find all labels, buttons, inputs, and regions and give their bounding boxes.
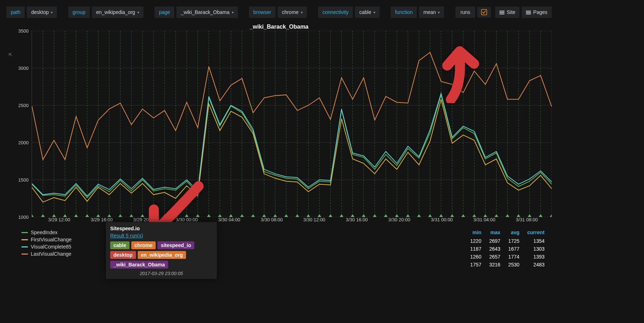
legend-swatch: [21, 246, 28, 247]
svg-marker-67: [163, 214, 166, 217]
series-FirstVisualChange[interactable]: [32, 99, 552, 202]
checkbox-checked-icon: [481, 9, 487, 15]
svg-marker-73: [229, 214, 233, 217]
legend-stats-row: 1187264316771303: [467, 245, 548, 252]
group-dropdown[interactable]: en_wikipedia_org: [92, 6, 143, 18]
tooltip-result-link[interactable]: Result 5 run(s): [110, 233, 143, 238]
function-dropdown[interactable]: mean: [419, 6, 444, 18]
tag[interactable]: desktop: [110, 251, 136, 259]
x-tick: 3/30 08:00: [250, 217, 293, 222]
svg-marker-74: [240, 214, 244, 217]
svg-marker-86: [373, 214, 376, 217]
svg-marker-83: [340, 214, 343, 217]
y-tick: 2000: [18, 140, 29, 145]
svg-marker-92: [439, 214, 443, 217]
pages-button[interactable]: Pages: [522, 6, 552, 18]
site-button[interactable]: Site: [495, 6, 519, 18]
col-min: min: [467, 230, 485, 237]
svg-marker-91: [428, 214, 432, 217]
tag[interactable]: chrome: [131, 241, 156, 249]
svg-marker-78: [284, 214, 288, 217]
menu-icon: [499, 10, 504, 14]
browser-dropdown[interactable]: chrome: [278, 6, 307, 18]
tag[interactable]: cable: [110, 241, 130, 249]
svg-marker-88: [395, 214, 399, 217]
svg-marker-95: [473, 214, 476, 217]
svg-marker-102: [550, 214, 552, 217]
tag[interactable]: en_wikipedia_org: [138, 251, 186, 259]
series-LastVisualChange[interactable]: [32, 52, 552, 160]
menu-icon: [526, 10, 531, 14]
legend-stats-table: min max avg current 12202697172513541187…: [466, 229, 549, 269]
group-value: en_wikipedia_org: [96, 9, 135, 15]
x-tick: 3/30 20:00: [378, 217, 421, 222]
x-tick: 3/31 08:00: [506, 217, 548, 222]
connectivity-label: connectivity: [318, 6, 353, 18]
svg-marker-99: [517, 214, 520, 217]
series-SpeedIndex[interactable]: [32, 95, 552, 198]
x-tick: 3/29 12:00: [38, 217, 80, 222]
tag[interactable]: _wiki_Barack_Obama: [110, 261, 168, 269]
svg-marker-96: [483, 214, 487, 217]
legend-item[interactable]: SpeedIndex: [21, 229, 111, 236]
connectivity-dropdown[interactable]: cable: [355, 6, 379, 18]
svg-marker-80: [307, 214, 310, 217]
legend-swatch: [21, 239, 28, 240]
col-current: current: [524, 230, 548, 237]
tooltip-timestamp: 2017-03-29 23:00:05: [110, 271, 213, 276]
legend-stats-row: 1757321625302483: [467, 261, 548, 268]
function-label: function: [391, 6, 417, 18]
legend-stats-row: 1220269717251354: [467, 237, 548, 245]
graph-panel: ⇱ _wiki_Barack_Obama 1000150020002500300…: [0, 21, 558, 269]
y-tick: 2500: [18, 103, 29, 108]
svg-marker-75: [251, 214, 255, 217]
tag[interactable]: sitespeed_io: [157, 241, 194, 249]
svg-marker-89: [406, 214, 410, 217]
col-avg: avg: [505, 230, 523, 237]
svg-marker-100: [528, 214, 531, 217]
legend-item[interactable]: FirstVisualChange: [21, 236, 111, 243]
svg-marker-68: [174, 214, 177, 217]
y-tick: 1500: [18, 177, 29, 183]
pages-label: Pages: [533, 9, 547, 15]
template-variables-toolbar: path desktop group en_wikipedia_org page…: [0, 0, 558, 21]
path-label: path: [6, 6, 25, 18]
svg-marker-98: [506, 214, 509, 217]
page-label: page: [155, 6, 174, 18]
legend-item[interactable]: LastVisualChange: [21, 250, 111, 257]
svg-marker-59: [74, 214, 78, 217]
x-tick: 3/30 04:00: [208, 217, 250, 222]
path-value: desktop: [31, 9, 49, 15]
path-dropdown[interactable]: desktop: [27, 6, 57, 18]
legend-label: SpeedIndex: [31, 230, 58, 235]
svg-marker-85: [362, 214, 365, 217]
site-label: Site: [507, 9, 515, 15]
group-label: group: [68, 6, 90, 18]
x-tick: 3/30 16:00: [336, 217, 378, 222]
svg-marker-101: [539, 214, 542, 217]
plot-area[interactable]: [31, 31, 552, 217]
y-axis: 100015002000250030003500: [6, 31, 31, 217]
svg-marker-76: [262, 214, 266, 217]
svg-marker-84: [351, 214, 355, 217]
page-value: _wiki_Barack_Obama: [181, 9, 229, 15]
svg-marker-62: [107, 214, 111, 217]
legend-item[interactable]: VisualComplete85: [21, 243, 111, 250]
svg-marker-71: [207, 214, 211, 217]
legend-label: LastVisualChange: [31, 251, 71, 257]
legend: SpeedIndexFirstVisualChangeVisualComplet…: [6, 229, 552, 269]
y-tick: 3000: [18, 66, 29, 71]
svg-marker-94: [462, 214, 465, 217]
svg-marker-55: [32, 214, 34, 217]
svg-marker-66: [152, 214, 155, 217]
page-dropdown[interactable]: _wiki_Barack_Obama: [176, 6, 238, 18]
runs-toggle-checkbox[interactable]: [477, 7, 491, 18]
svg-marker-81: [318, 214, 321, 217]
y-tick: 1000: [18, 214, 29, 220]
svg-marker-57: [52, 214, 56, 217]
annotation-tooltip: Sitespeed.io Result 5 run(s) cablechrome…: [106, 222, 217, 279]
svg-marker-70: [196, 214, 200, 217]
svg-marker-58: [63, 214, 67, 217]
x-tick: 3/30 12:00: [293, 217, 336, 222]
runs-button[interactable]: runs: [455, 6, 475, 18]
